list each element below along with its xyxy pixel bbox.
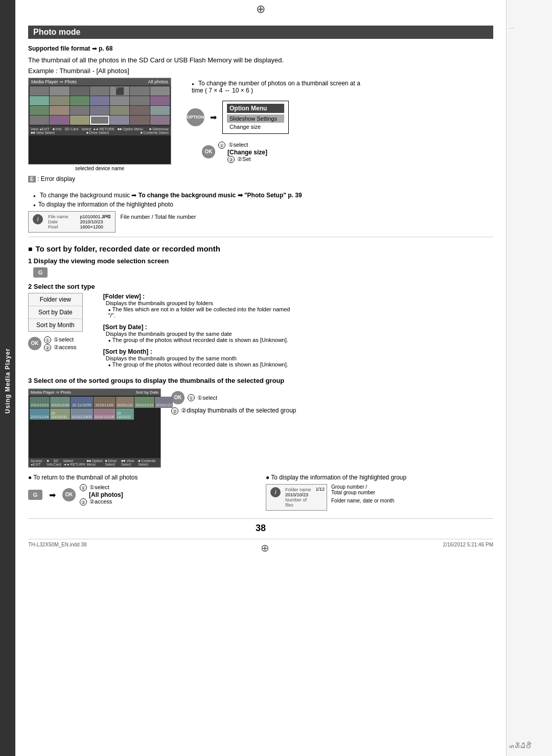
- info-icon: i: [33, 214, 43, 224]
- sort-date-title: [Sort by Date] :: [103, 324, 297, 331]
- footer-right: 2/16/2012 5:21:46 PM: [443, 542, 493, 554]
- right-section-label-se: Se: [515, 742, 520, 748]
- option-menu-title: Option Menu: [227, 104, 284, 113]
- step1-label: 1 Display the viewing mode selection scr…: [28, 257, 493, 265]
- g-button: G: [33, 267, 48, 278]
- thumbnail-header: Media Player ⇒ Photo All photos: [29, 78, 171, 85]
- g-button-row: G: [33, 267, 493, 278]
- g-button-return: G: [28, 490, 42, 500]
- all-photos-label: [All photos]: [89, 491, 123, 498]
- sort-month-desc: [Sort by Month] : Displays the thumbnail…: [103, 348, 297, 368]
- selected-device-label: selected device name: [28, 166, 171, 171]
- step3-cell: 20 11/10/55: [71, 397, 93, 408]
- step3-label: 3 Select one of the sorted groups to dis…: [28, 377, 493, 384]
- return-label: ● To return to the thumbnail of all phot…: [28, 474, 256, 481]
- sort-type-column: Folder view Sort by Date Sort by Month O…: [28, 293, 90, 355]
- option-menu-box: Option Menu Slideshow Settings Change si…: [222, 101, 289, 134]
- error-text: : Error display: [37, 175, 75, 182]
- option-menu-item-slideshow: Slideshow Settings: [227, 114, 284, 123]
- step2-label: 2 Select the sort type: [28, 283, 493, 290]
- info-group-icon: i: [270, 487, 281, 497]
- right-panel-section-2: Se: [515, 28, 520, 748]
- group-number: 1/12: [315, 487, 325, 492]
- media-player-label: Media Player ⇒ Photo: [31, 79, 77, 84]
- sort-heading-text: To sort by folder, recorded date or reco…: [35, 244, 220, 253]
- footer-left: TH-L32X50M_EN.indd 38: [28, 542, 87, 554]
- step3-cell: 20 18/10/22: [116, 408, 134, 420]
- bullet-info: To display the information of the highli…: [33, 201, 493, 208]
- return-right: ● To display the information of the high…: [266, 474, 493, 511]
- step3-cell: 2010/11/0: [116, 397, 134, 408]
- folder-view-bullet: The files which are not in a folder will…: [108, 306, 297, 318]
- page-footer: TH-L32X50M_EN.indd 38 ⊕ 2/16/2012 5:21:4…: [28, 539, 493, 557]
- sort-section-heading: To sort by folder, recorded date or reco…: [28, 244, 493, 253]
- section-title-bar: Photo mode: [28, 26, 493, 39]
- display-info-label: ● To display the information of the high…: [266, 474, 493, 481]
- group-total-label: Total group number: [331, 490, 394, 495]
- access-circle: ② ②access: [44, 343, 77, 351]
- select-change-row: OK ① ①select [Change size] ② ②Set: [202, 141, 360, 163]
- option-menu-item-change: Change size: [227, 123, 284, 131]
- select-access-row: OK ① ①select ② ②access: [28, 336, 90, 351]
- step3-cell: 2010/11/04: [30, 408, 50, 420]
- error-icon: E: [28, 176, 36, 182]
- step3-cell: 2010/10/28: [50, 397, 70, 408]
- instruction-box: To change the number of photos on a thum…: [187, 78, 360, 166]
- ok-btn-step3: OK: [171, 391, 185, 404]
- main-content: ⊕ Photo mode Supported file format ➡ p. …: [15, 0, 506, 756]
- sort-date-text: Displays the thumbnails grouped by the s…: [106, 331, 297, 337]
- step3-footer: Access ●EXIT ■ Info SD Card Select ◄►RET…: [29, 458, 160, 467]
- file-number: 1/48: [102, 214, 111, 219]
- sort-type-folder: Folder view: [29, 293, 82, 306]
- change-size-label: [Change size]: [227, 149, 267, 156]
- folder-name-label: Folder name, date or month: [331, 498, 394, 503]
- right-panel-section-1: S: [509, 28, 515, 748]
- right-panel: S Se Ex Op: [506, 0, 552, 756]
- ok-btn-step2: OK: [28, 337, 41, 350]
- group-number-label: Group number /: [331, 484, 394, 490]
- ok-btn-return: OK: [62, 488, 76, 501]
- section-title: Photo mode: [33, 28, 80, 36]
- return-left: ● To return to the thumbnail of all phot…: [28, 474, 256, 506]
- step3-cell: 2019/11/08: [94, 397, 116, 408]
- arrow-icon: ➡: [92, 45, 99, 52]
- step3-cell: 2010/12/205: [94, 408, 116, 420]
- arrow-right-icon: ➡: [210, 112, 217, 122]
- sort-date-bullet: The group of the photos without recorded…: [108, 337, 297, 343]
- step3-cell: 2010/10/23: [30, 397, 50, 408]
- group-number-labels: Group number / Total group number Folder…: [331, 484, 394, 503]
- info-panel: i File name p1010001.JPG Date 2010/10/23: [28, 211, 116, 233]
- file-number-label: File number / Total file number: [121, 211, 196, 220]
- divider1: [28, 237, 493, 237]
- sort-type-month: Sort by Month: [29, 319, 82, 331]
- step3-screen-header: Media Player ⇒ Photo Sort by Date: [29, 389, 160, 396]
- select-circle: ① ①select: [44, 336, 77, 343]
- sort-month-bullet: The group of the photos without recorded…: [108, 361, 297, 368]
- left-tab-label: Using Media Player: [4, 348, 11, 413]
- sort-type-date: Sort by Date: [29, 306, 82, 319]
- page-ref: p. 68: [99, 45, 112, 52]
- step3-cell: 2019/1/23: [155, 397, 173, 408]
- right-panel-section-3: Ex: [520, 28, 526, 748]
- instruction-bullet1: To change the number of photos on a thum…: [192, 80, 360, 94]
- example-label: Example : Thumbnail - [All photos]: [28, 67, 493, 75]
- folder-view-title: [Folder view] :: [103, 293, 297, 300]
- right-section-label-s: S: [509, 745, 515, 748]
- intro-text: The thumbnail of all the photos in the S…: [28, 56, 493, 64]
- right-panel-section-op: Op: [526, 23, 532, 748]
- folder-view-text: Displays the thumbnails grouped by folde…: [106, 300, 297, 306]
- step3-select-label: ① ①select: [188, 394, 217, 402]
- sort-month-text: Displays the thumbnails grouped by the s…: [106, 355, 297, 361]
- set-label: ② ②Set: [227, 156, 267, 163]
- page-number: 38: [28, 518, 493, 534]
- supported-file-line: Supported file format ➡ p. 68: [28, 45, 493, 52]
- sort-descriptions: [Folder view] : Displays the thumbnails …: [103, 293, 297, 373]
- crosshair-top-icon: ⊕: [256, 3, 265, 16]
- select-label: ① ①select: [218, 141, 267, 149]
- right-section-label-ex: Ex: [520, 742, 526, 748]
- bullet-photo-setup: To change the background music ➡ To chan…: [33, 192, 493, 199]
- step3-right-desc: OK ① ①select ② ②display thumbnails of th…: [171, 388, 493, 415]
- right-section-label-op: Op: [526, 742, 532, 748]
- return-section: ● To return to the thumbnail of all phot…: [28, 474, 493, 511]
- step3-cell: 2010/12/23: [134, 397, 154, 408]
